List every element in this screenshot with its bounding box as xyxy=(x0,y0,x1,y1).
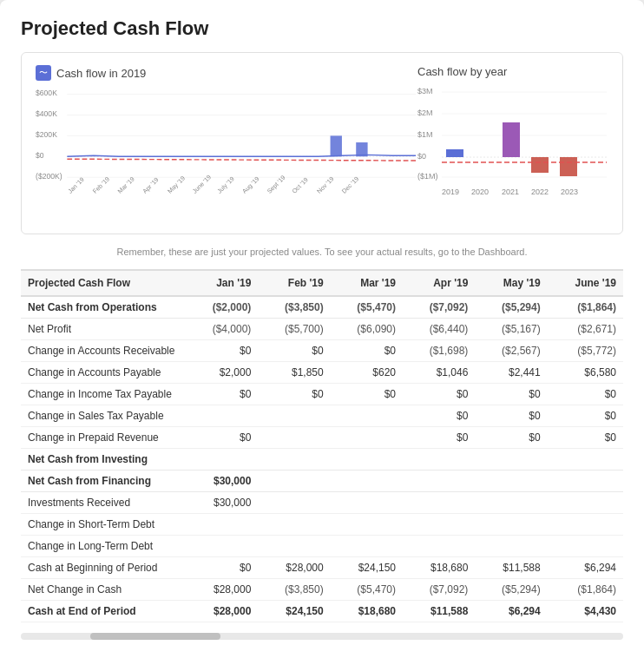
row-value xyxy=(258,449,330,471)
row-value: $0 xyxy=(475,405,547,427)
table-row: Net Cash from Investing xyxy=(21,449,623,471)
row-value xyxy=(331,471,403,492)
svg-text:Feb '19: Feb '19 xyxy=(92,175,111,194)
row-value: $0 xyxy=(186,557,258,579)
svg-rect-37 xyxy=(531,157,549,173)
row-value: $0 xyxy=(403,405,475,427)
svg-text:Dec '19: Dec '19 xyxy=(341,175,361,195)
row-value: ($6,090) xyxy=(331,319,403,340)
table-row: Cash at End of Period$28,000$24,150$18,6… xyxy=(21,601,623,622)
row-value: $0 xyxy=(258,384,330,405)
main-chart: $600K $400K $200K $0 ($200K) xyxy=(36,86,417,225)
row-label: Change in Income Tax Payable xyxy=(21,384,186,405)
row-value: $0 xyxy=(548,405,623,427)
table-row: Change in Prepaid Revenue$0$0$0$0 xyxy=(21,427,623,449)
row-value xyxy=(548,492,623,514)
row-value: ($6,440) xyxy=(403,319,475,340)
row-value: $28,000 xyxy=(186,601,258,622)
table-section: Projected Cash Flow Jan '19 Feb '19 Mar … xyxy=(21,269,623,640)
year-chart: $3M $2M $1M $0 ($1M) xyxy=(417,83,608,222)
row-label: Change in Short-Term Debt xyxy=(21,514,186,536)
svg-text:2022: 2022 xyxy=(531,188,549,196)
table-row: Net Cash from Financing$30,000 xyxy=(21,471,623,492)
svg-text:$0: $0 xyxy=(417,152,426,161)
row-value: $620 xyxy=(331,362,403,384)
svg-text:2019: 2019 xyxy=(442,188,459,196)
row-value: $28,000 xyxy=(258,557,330,579)
row-value: ($3,850) xyxy=(258,296,330,319)
row-label: Change in Accounts Payable xyxy=(21,362,186,384)
row-value xyxy=(403,471,475,492)
row-value xyxy=(331,405,403,427)
row-value: $0 xyxy=(475,384,547,405)
row-value: $0 xyxy=(548,384,623,405)
row-value xyxy=(403,492,475,514)
table-row: Change in Accounts Payable$2,000$1,850$6… xyxy=(21,362,623,384)
table-row: Change in Sales Tax Payable$0$0$0 xyxy=(21,405,623,427)
table-container[interactable]: Projected Cash Flow Jan '19 Feb '19 Mar … xyxy=(21,269,623,622)
svg-text:Nov '19: Nov '19 xyxy=(316,175,336,195)
svg-rect-36 xyxy=(503,122,520,157)
table-row: Net Change in Cash$28,000($3,850)($5,470… xyxy=(21,579,623,601)
chart-left-title: 〜 Cash flow in 2019 xyxy=(36,65,417,81)
chart-icon: 〜 xyxy=(36,65,51,81)
row-value: $0 xyxy=(331,384,403,405)
row-label: Net Profit xyxy=(21,319,186,340)
row-value xyxy=(331,492,403,514)
svg-rect-10 xyxy=(331,135,342,156)
row-value xyxy=(475,536,547,557)
chart-left: 〜 Cash flow in 2019 $600K $400K $200K $0… xyxy=(36,65,417,225)
row-value xyxy=(258,492,330,514)
horizontal-scrollbar[interactable] xyxy=(21,633,623,640)
row-label: Net Cash from Investing xyxy=(21,449,186,471)
scrollbar-thumb[interactable] xyxy=(90,633,220,640)
svg-rect-35 xyxy=(446,149,463,157)
row-value xyxy=(403,536,475,557)
row-value xyxy=(331,514,403,536)
row-value xyxy=(548,449,623,471)
svg-line-12 xyxy=(67,159,417,161)
row-value: $0 xyxy=(475,427,547,449)
row-value: $6,294 xyxy=(475,601,547,622)
row-value: $2,441 xyxy=(475,362,547,384)
row-label: Change in Prepaid Revenue xyxy=(21,427,186,449)
row-value: $6,294 xyxy=(548,557,623,579)
table-row: Change in Short-Term Debt xyxy=(21,514,623,536)
row-value: ($4,000) xyxy=(186,319,258,340)
svg-text:$400K: $400K xyxy=(36,109,57,118)
row-value: ($7,092) xyxy=(403,296,475,319)
svg-text:($200K): ($200K) xyxy=(36,172,62,181)
row-value xyxy=(258,536,330,557)
row-value: ($2,567) xyxy=(475,340,547,362)
table-row: Change in Long-Term Debt xyxy=(21,536,623,557)
row-value xyxy=(186,514,258,536)
row-label: Net Cash from Operations xyxy=(21,296,186,319)
chart-right: Cash flow by year $3M $2M $1M $0 ($1M) xyxy=(417,65,608,225)
svg-rect-38 xyxy=(560,157,577,176)
row-value: $1,046 xyxy=(403,362,475,384)
table-row: Investments Received$30,000 xyxy=(21,492,623,514)
row-label: Change in Accounts Receivable xyxy=(21,340,186,362)
row-value xyxy=(475,449,547,471)
row-value: $30,000 xyxy=(186,471,258,492)
svg-text:$2M: $2M xyxy=(417,109,433,117)
row-label: Cash at Beginning of Period xyxy=(21,557,186,579)
table-row: Net Profit($4,000)($5,700)($6,090)($6,44… xyxy=(21,319,623,340)
row-label: Investments Received xyxy=(21,492,186,514)
row-value xyxy=(403,449,475,471)
svg-text:$600K: $600K xyxy=(36,89,57,97)
table-row: Change in Income Tax Payable$0$0$0$0$0$0 xyxy=(21,384,623,405)
row-value xyxy=(475,492,547,514)
row-value xyxy=(475,471,547,492)
row-value: $0 xyxy=(186,340,258,362)
row-value: ($2,671) xyxy=(548,319,623,340)
table-row: Net Cash from Operations($2,000)($3,850)… xyxy=(21,296,623,319)
row-label: Cash at End of Period xyxy=(21,601,186,622)
row-value: $11,588 xyxy=(475,557,547,579)
row-label: Net Change in Cash xyxy=(21,579,186,601)
col-header-mar: Mar '19 xyxy=(331,270,403,296)
row-value: ($5,167) xyxy=(475,319,547,340)
row-value: $2,000 xyxy=(186,362,258,384)
row-label: Net Cash from Financing xyxy=(21,471,186,492)
page-title: Projected Cash Flow xyxy=(21,17,623,40)
